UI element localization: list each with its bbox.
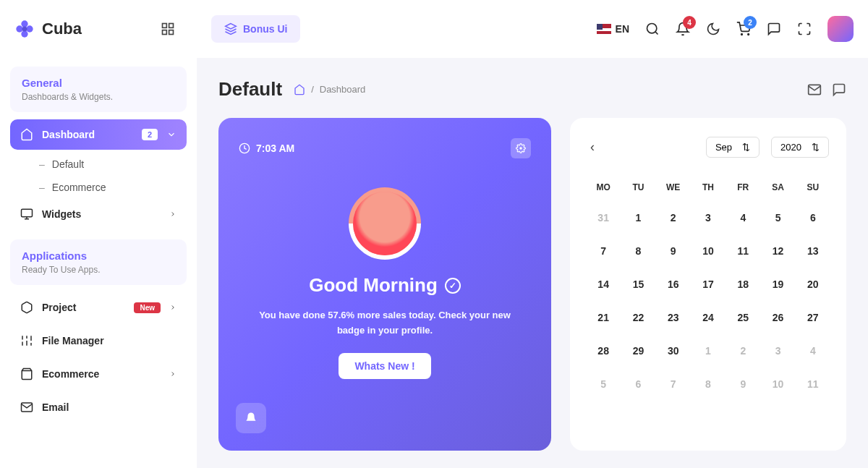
dashboard-count-badge: 2 [142, 129, 158, 140]
calendar-day[interactable]: 8 [622, 236, 654, 266]
user-progress-avatar [333, 172, 435, 274]
home-breadcrumb-icon[interactable] [294, 84, 305, 95]
new-badge: New [134, 302, 161, 313]
whats-new-button[interactable]: Whats New ! [339, 353, 430, 379]
nav-file-manager[interactable]: File Manager [10, 326, 187, 356]
grid-toggle-icon[interactable] [161, 22, 175, 36]
calendar-day[interactable]: 12 [762, 236, 793, 266]
calendar-day[interactable]: 9 [727, 369, 759, 399]
calendar-day[interactable]: 23 [658, 302, 689, 333]
nav-project[interactable]: Project New [10, 292, 187, 323]
calendar-day[interactable]: 8 [692, 369, 724, 399]
calendar-day[interactable]: 6 [797, 203, 829, 233]
chevron-down-icon [166, 129, 176, 140]
calendar-day[interactable]: 10 [762, 369, 793, 399]
mail-icon [20, 401, 33, 414]
maximize-icon[interactable] [797, 22, 812, 36]
calendar-day[interactable]: 5 [762, 203, 793, 233]
calendar-day[interactable]: 4 [797, 336, 829, 366]
chevron-right-icon [169, 210, 176, 218]
chat-icon[interactable] [767, 22, 781, 36]
sort-icon: ⇅ [812, 142, 820, 153]
cart-badge: 2 [744, 16, 757, 29]
sidebar-section-applications: Applications Ready To Use Apps. [10, 239, 187, 285]
month-select[interactable]: Sep ⇅ [706, 137, 760, 158]
calendar-day[interactable]: 17 [692, 269, 724, 299]
year-select[interactable]: 2020 ⇅ [771, 137, 829, 158]
nav-sub-default[interactable]: Default [10, 153, 187, 176]
us-flag-icon [597, 24, 611, 34]
calendar-day[interactable]: 3 [762, 336, 793, 366]
chevron-right-icon [169, 304, 176, 311]
svg-rect-14 [22, 209, 33, 217]
bonus-ui-button[interactable]: Bonus Ui [211, 15, 300, 43]
nav-dashboard[interactable]: Dashboard 2 [10, 119, 187, 150]
svg-point-4 [22, 27, 27, 32]
welcome-card: 7:03 AM Good Morning ✓ You have done 57.… [218, 118, 551, 451]
calendar-day[interactable]: 10 [692, 236, 724, 266]
moon-icon[interactable] [706, 22, 720, 36]
calendar-day[interactable]: 30 [658, 336, 689, 366]
user-avatar[interactable] [827, 16, 854, 42]
settings-button[interactable] [511, 138, 531, 158]
search-icon[interactable] [645, 22, 660, 36]
sort-icon: ⇅ [742, 142, 750, 153]
widgets-icon [20, 208, 33, 221]
calendar-day[interactable]: 11 [797, 369, 829, 399]
calendar-day[interactable]: 5 [587, 369, 619, 399]
calendar-day[interactable]: 9 [658, 236, 689, 266]
calendar-day[interactable]: 4 [727, 203, 759, 233]
brand-logo[interactable]: Cuba [14, 19, 82, 39]
card-bell-button[interactable] [236, 403, 266, 433]
svg-marker-9 [226, 24, 237, 30]
calendar-day[interactable]: 1 [622, 203, 654, 233]
calendar-day[interactable]: 24 [692, 302, 724, 333]
cart-icon[interactable]: 2 [736, 22, 751, 36]
welcome-description: You have done 57.6% more sales today. Ch… [239, 308, 531, 339]
calendar-day[interactable]: 29 [622, 336, 654, 366]
calendar-day[interactable]: 13 [797, 236, 829, 266]
calendar-day[interactable]: 20 [797, 269, 829, 299]
calendar-day[interactable]: 31 [587, 203, 619, 233]
nav-ecommerce[interactable]: Ecommerce [10, 359, 187, 389]
nav-sub-ecommerce[interactable]: Ecommerce [10, 176, 187, 199]
calendar-day[interactable]: 19 [762, 269, 793, 299]
svg-point-1 [16, 25, 22, 32]
greeting-text: Good Morning ✓ [239, 274, 531, 297]
page-title: Default [218, 78, 282, 101]
breadcrumb: / Dashboard [294, 84, 365, 95]
calendar-dow: SA [762, 175, 793, 200]
calendar-day[interactable]: 25 [727, 302, 759, 333]
calendar-day[interactable]: 7 [658, 369, 689, 399]
nav-widgets[interactable]: Widgets [10, 199, 187, 229]
calendar-prev[interactable]: ‹ [587, 137, 597, 158]
chat-action-icon[interactable] [832, 82, 846, 97]
mail-action-icon[interactable] [807, 82, 822, 97]
nav-email[interactable]: Email [10, 392, 187, 422]
bell-icon[interactable]: 4 [676, 22, 690, 36]
language-selector[interactable]: EN [597, 23, 629, 35]
calendar-day[interactable]: 28 [587, 336, 619, 366]
calendar-day[interactable]: 14 [587, 269, 619, 299]
calendar-day[interactable]: 22 [622, 302, 654, 333]
box-icon [20, 301, 33, 314]
calendar-day[interactable]: 15 [622, 269, 654, 299]
calendar-day[interactable]: 16 [658, 269, 689, 299]
calendar-day[interactable]: 7 [587, 236, 619, 266]
calendar-day[interactable]: 18 [727, 269, 759, 299]
svg-point-3 [21, 30, 27, 37]
calendar-dow: SU [797, 175, 829, 200]
calendar-day[interactable]: 2 [727, 336, 759, 366]
svg-rect-5 [163, 24, 167, 28]
svg-point-10 [647, 24, 657, 33]
calendar-day[interactable]: 3 [692, 203, 724, 233]
calendar-day[interactable]: 21 [587, 302, 619, 333]
calendar-day[interactable]: 1 [692, 336, 724, 366]
calendar-day[interactable]: 11 [727, 236, 759, 266]
calendar-day[interactable]: 26 [762, 302, 793, 333]
main-content: Default / Dashboard 7:03 AM [197, 58, 868, 468]
calendar-day[interactable]: 27 [797, 302, 829, 333]
svg-point-13 [748, 34, 749, 35]
calendar-day[interactable]: 2 [658, 203, 689, 233]
calendar-day[interactable]: 6 [622, 369, 654, 399]
